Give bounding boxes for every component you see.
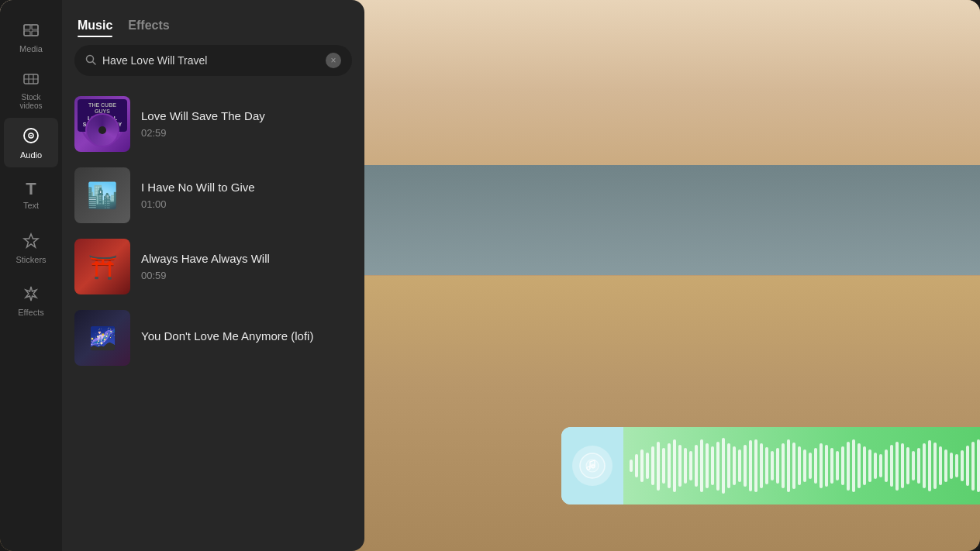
waveform-bar — [874, 453, 877, 479]
waveform-bar — [765, 447, 768, 485]
waveform-bar — [841, 446, 844, 485]
waveform-bar — [673, 439, 676, 491]
svg-point-11 — [30, 135, 32, 136]
waveform-bars[interactable] — [623, 427, 980, 505]
track-name-1: Love Will Save The Day — [141, 109, 265, 122]
waveform-icon-area — [561, 427, 623, 505]
tab-effects[interactable]: Effects — [128, 15, 169, 36]
waveform-bar — [961, 450, 964, 481]
sidebar: Media Stockvideos Audio T Text — [0, 0, 62, 551]
waveform-bar — [749, 440, 752, 491]
waveform-bar — [901, 443, 904, 487]
track-thumbnail-4: 🌌 — [74, 310, 130, 366]
track-name-2: I Have No Will to Give — [141, 181, 255, 194]
waveform-bar — [662, 448, 665, 484]
track-info-4: You Don't Love Me Anymore (lofi) — [141, 329, 313, 347]
panel-tabs: Music Effects — [62, 0, 364, 45]
waveform-bar — [863, 446, 866, 485]
waveform-bar — [885, 449, 888, 482]
music-panel: Music Effects × THE CUBE GUYSLOVE WILL S… — [62, 0, 364, 551]
sidebar-media-label: Media — [19, 44, 43, 53]
effects-icon — [22, 285, 40, 305]
waveform-bar — [716, 442, 719, 491]
waveform-bar — [744, 445, 747, 487]
svg-rect-0 — [24, 25, 38, 36]
waveform-bar — [906, 447, 909, 485]
waveform-bar — [950, 453, 953, 479]
waveform-bar — [668, 443, 671, 489]
waveform-bar — [890, 445, 893, 487]
track-name-4: You Don't Love Me Anymore (lofi) — [141, 329, 313, 343]
waveform-bar — [966, 446, 969, 486]
waveform-bar — [700, 439, 703, 491]
waveform-bar — [706, 443, 709, 489]
track-thumbnail-2: 🏙️ — [74, 167, 130, 223]
waveform-bar — [825, 445, 828, 487]
waveform-bar — [684, 448, 687, 484]
search-input[interactable] — [102, 54, 319, 67]
waveform-bar — [630, 460, 633, 473]
waveform-bar — [651, 446, 654, 485]
waveform-bar — [895, 442, 899, 491]
track-item[interactable]: 🌌 You Don't Love Me Anymore (lofi) — [62, 302, 364, 374]
search-container: × — [62, 45, 364, 88]
sidebar-item-stickers[interactable]: Stickers — [4, 223, 58, 273]
stock-icon — [22, 71, 40, 90]
waveform-bar — [792, 443, 795, 489]
waveform-bar — [858, 443, 861, 489]
waveform-bar — [852, 439, 855, 491]
track-item[interactable]: 🏙️ I Have No Will to Give 01:00 — [62, 160, 364, 231]
waveform-bar — [754, 439, 757, 493]
track-info-2: I Have No Will to Give 01:00 — [141, 181, 255, 210]
waveform-bar — [787, 439, 790, 491]
sidebar-stickers-label: Stickers — [16, 255, 46, 264]
waveform-bar — [760, 443, 763, 489]
waveform-bar — [939, 446, 942, 485]
track-item[interactable]: THE CUBE GUYSLOVE WILL SAVE THE DAY Love… — [62, 88, 364, 160]
waveform-bar — [933, 443, 937, 489]
waveform-bar — [678, 445, 682, 487]
sidebar-stock-label: Stockvideos — [20, 93, 43, 110]
track-info-1: Love Will Save The Day 02:59 — [141, 109, 265, 139]
sidebar-effects-label: Effects — [18, 308, 43, 317]
waveform-bar — [868, 449, 871, 482]
waveform-bar — [689, 451, 692, 480]
track-duration-2: 01:00 — [141, 198, 255, 210]
waveform-overlay[interactable] — [561, 427, 980, 505]
waveform-bar — [695, 445, 698, 487]
sidebar-item-audio[interactable]: Audio — [4, 118, 58, 167]
waveform-bar — [928, 440, 931, 491]
track-info-3: Always Have Always Will 00:59 — [141, 252, 270, 281]
waveform-bar — [814, 448, 817, 484]
waveform-bar — [912, 451, 915, 480]
waveform-bar — [836, 451, 839, 480]
stickers-icon — [22, 232, 40, 252]
clear-search-button[interactable]: × — [326, 53, 341, 68]
waveform-bar — [646, 453, 649, 479]
svg-marker-12 — [24, 234, 38, 247]
sidebar-item-stock[interactable]: Stockvideos — [4, 65, 58, 115]
waveform-bar — [771, 451, 774, 480]
waveform-bar — [917, 448, 920, 484]
waveform-bar — [635, 454, 638, 477]
track-thumbnail-3: ⛩️ — [74, 239, 130, 294]
track-item[interactable]: ⛩️ Always Have Always Will 00:59 — [62, 231, 364, 302]
sidebar-item-media[interactable]: Media — [4, 12, 58, 62]
sidebar-audio-label: Audio — [20, 150, 42, 160]
waveform-bar — [640, 449, 644, 482]
sidebar-item-effects[interactable]: Effects — [4, 276, 58, 325]
track-duration-3: 00:59 — [141, 270, 270, 281]
search-icon — [85, 54, 96, 67]
waveform-bar — [722, 438, 725, 493]
audio-icon — [22, 126, 40, 147]
waveform-bar — [847, 442, 850, 491]
sidebar-item-text[interactable]: T Text — [4, 170, 58, 220]
waveform-bar — [776, 448, 779, 484]
waveform-bar — [803, 449, 806, 482]
waveform-bar — [830, 448, 833, 484]
tab-music[interactable]: Music — [78, 15, 112, 36]
text-icon: T — [26, 181, 36, 198]
waveform-bar — [782, 443, 785, 489]
sidebar-text-label: Text — [23, 201, 39, 210]
waveform-bar — [879, 454, 882, 477]
